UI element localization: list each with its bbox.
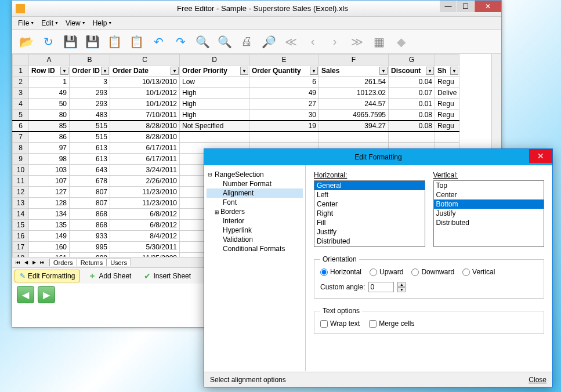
cell[interactable]: 135 [29, 220, 70, 231]
col-header[interactable]: G [389, 55, 435, 66]
cell[interactable] [249, 132, 319, 143]
maximize-button[interactable]: ☐ [457, 1, 474, 12]
radio-downward[interactable]: Downward [411, 268, 454, 276]
paste-icon[interactable]: 📋 [128, 34, 144, 50]
cell[interactable]: 613 [70, 154, 110, 165]
row-header[interactable]: 11 [13, 176, 29, 187]
col-header[interactable] [435, 55, 459, 66]
list-item[interactable]: Fill [314, 218, 425, 227]
refresh-icon[interactable]: ↻ [40, 34, 56, 50]
tab-first-icon[interactable]: ⏮ [15, 259, 21, 266]
tab-prev-icon[interactable]: ◀ [23, 259, 30, 266]
list-item[interactable]: Center [314, 199, 425, 209]
cell[interactable]: 2/26/2010 [110, 176, 180, 187]
cell[interactable]: 134 [29, 209, 70, 220]
row-header[interactable]: 2 [13, 77, 29, 88]
radio-horizontal[interactable]: Horizontal [320, 268, 361, 276]
cell[interactable]: 10/1/2012 [110, 99, 180, 110]
cell[interactable]: 10/13/2010 [110, 77, 180, 88]
cell[interactable]: 149 [29, 231, 70, 242]
row-header[interactable]: 5 [13, 110, 29, 121]
list-item[interactable]: Justify [314, 227, 425, 237]
filter-dropdown-icon[interactable]: ▾ [60, 67, 68, 75]
cell[interactable]: 11/25/2009 [110, 253, 180, 257]
add-sheet-button[interactable]: ＋Add Sheet [84, 269, 136, 283]
cell[interactable]: 30 [249, 110, 319, 121]
cell[interactable]: 7/10/2011 [110, 110, 180, 121]
list-item[interactable]: Left [314, 190, 425, 199]
cell[interactable]: 5/30/2011 [110, 242, 180, 253]
sheet-tab[interactable]: Orders [49, 259, 77, 266]
cell[interactable]: 1 [29, 77, 70, 88]
cell[interactable]: 0.08 [389, 110, 435, 121]
cell[interactable]: High [180, 88, 249, 99]
cell[interactable]: 103 [29, 165, 70, 176]
menu-edit[interactable]: Edit▼ [38, 18, 62, 28]
cell[interactable]: 8/28/2010 [110, 121, 180, 132]
list-item[interactable]: General [314, 181, 425, 190]
cell[interactable]: 85 [29, 121, 70, 132]
tree-item[interactable]: Hyperlink [207, 226, 303, 235]
cell[interactable]: 995 [70, 242, 110, 253]
col-header[interactable]: E [249, 55, 319, 66]
first-icon[interactable]: ≪ [283, 34, 299, 50]
cell[interactable]: 0.04 [389, 77, 435, 88]
cell[interactable]: 293 [70, 88, 110, 99]
row-header[interactable]: 8 [13, 143, 29, 154]
redo-icon[interactable]: ↷ [172, 34, 189, 50]
nav-forward-button[interactable]: ▶ [38, 286, 55, 303]
cell[interactable]: 0.07 [389, 88, 435, 99]
cell[interactable]: Low [180, 77, 249, 88]
cell[interactable]: 98 [29, 154, 70, 165]
tree-item[interactable]: Borders [207, 207, 303, 216]
minimize-button[interactable]: — [440, 1, 457, 12]
radio-downward-input[interactable] [411, 268, 419, 276]
cell[interactable]: 678 [70, 176, 110, 187]
nav-back-button[interactable]: ◀ [17, 286, 34, 303]
sheet-tab[interactable]: Returns [77, 259, 107, 266]
save-icon[interactable]: 💾 [62, 34, 78, 50]
column-header-cell[interactable]: Order Date▾ [110, 66, 180, 77]
cell[interactable] [319, 132, 389, 143]
insert-sheet-button[interactable]: ✔Insert Sheet [139, 270, 196, 282]
horizontal-listbox[interactable]: GeneralLeftCenterRightFillJustifyDistrib… [314, 180, 425, 247]
merge-cells-checkbox[interactable]: Merge cells [369, 320, 414, 328]
cell[interactable]: Regu [435, 77, 459, 88]
cell[interactable]: 160 [29, 242, 70, 253]
tree-root-item[interactable]: ⊟RangeSelection [207, 170, 303, 179]
cell[interactable]: 868 [70, 220, 110, 231]
cell[interactable]: 8/28/2010 [110, 132, 180, 143]
copy-icon[interactable]: 📋 [106, 34, 122, 50]
tree-item[interactable]: Alignment [207, 188, 303, 198]
row-header[interactable]: 13 [13, 198, 29, 209]
tree-item[interactable]: Conditional Formats [207, 244, 303, 253]
col-header[interactable]: C [110, 55, 180, 66]
open-icon[interactable]: 📂 [18, 34, 34, 50]
cell[interactable]: 3/24/2011 [110, 165, 180, 176]
cell[interactable]: 27 [249, 99, 319, 110]
column-header-cell[interactable]: Order ID▾ [70, 66, 110, 77]
sheet-tab[interactable]: Users [106, 259, 131, 266]
dialog-close-button[interactable]: ✕ [529, 149, 552, 163]
radio-upward-input[interactable] [370, 268, 377, 276]
cell[interactable]: 4965.7595 [319, 110, 389, 121]
cell[interactable]: 261.54 [319, 77, 389, 88]
cell[interactable]: Not Specified [180, 121, 249, 132]
cell[interactable] [435, 132, 459, 143]
tab-last-icon[interactable]: ⏭ [39, 259, 46, 266]
cell[interactable]: 127 [29, 187, 70, 198]
cell[interactable] [389, 132, 435, 143]
tree-item[interactable]: Font [207, 198, 303, 207]
cell[interactable]: Delive [435, 88, 459, 99]
list-item[interactable]: Top [434, 181, 544, 190]
prev-icon[interactable]: ‹ [305, 34, 321, 50]
column-header-cell[interactable]: Sh▾ [435, 66, 459, 77]
list-item[interactable]: Center [434, 190, 544, 199]
cell[interactable]: Regu [435, 121, 459, 132]
radio-vertical-input[interactable] [462, 268, 470, 276]
row-header[interactable]: 18 [13, 253, 29, 257]
list-item[interactable]: Distributed [434, 218, 544, 227]
edit-formatting-button[interactable]: ✎Edit Formatting [15, 270, 80, 282]
col-header[interactable]: B [70, 55, 110, 66]
cell[interactable]: 244.57 [319, 99, 389, 110]
